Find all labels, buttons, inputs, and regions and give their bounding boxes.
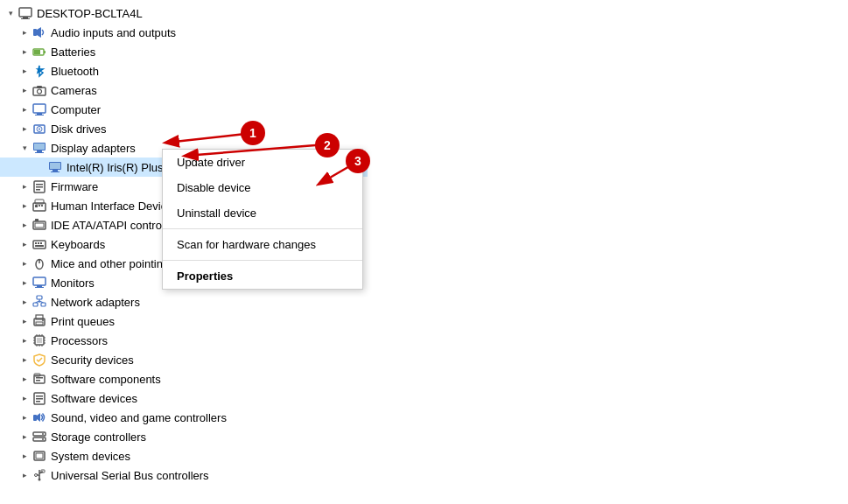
- storage-label: Storage controllers: [51, 430, 368, 444]
- expand-display[interactable]: [18, 141, 32, 155]
- cameras-label: Cameras: [51, 84, 368, 97]
- storage-icon: [32, 429, 47, 444]
- device-manager: DESKTOP-BCLTA4L Audio inputs and outputs…: [0, 0, 848, 504]
- svg-rect-32: [41, 205, 43, 206]
- svg-rect-46: [37, 285, 42, 287]
- context-menu-item-scan[interactable]: Scan for hardware changes: [163, 232, 362, 257]
- sound-icon: [32, 410, 47, 425]
- context-menu-item-properties[interactable]: Properties: [163, 263, 362, 289]
- swcomponents-icon: [32, 371, 47, 387]
- batteries-label: Batteries: [51, 46, 368, 59]
- expand-swcomponents[interactable]: [18, 372, 32, 386]
- root-icon: [18, 5, 33, 21]
- svg-rect-0: [19, 8, 32, 17]
- context-menu: Update driver Disable device Uninstall d…: [162, 149, 363, 290]
- mice-icon: [32, 256, 47, 271]
- expand-usb[interactable]: [18, 468, 32, 482]
- expand-swdevices[interactable]: [18, 391, 32, 405]
- swcomponents-label: Software components: [51, 373, 368, 386]
- svg-rect-78: [36, 398, 43, 400]
- tree-item-swcomponents[interactable]: Software components: [0, 369, 368, 388]
- swdevices-icon: [32, 390, 47, 406]
- expand-security[interactable]: [18, 353, 32, 367]
- bluetooth-icon: [32, 63, 47, 79]
- tree-item-swdevices[interactable]: Software devices: [0, 388, 368, 408]
- audio-label: Audio inputs and outputs: [51, 26, 368, 39]
- print-icon: [32, 313, 47, 329]
- tree-item-sound[interactable]: Sound, video and game controllers: [0, 408, 368, 427]
- svg-rect-20: [35, 152, 44, 153]
- tree-item-usb[interactable]: Universal Serial Bus controllers: [0, 466, 368, 485]
- svg-rect-41: [35, 245, 44, 247]
- tree-item-batteries[interactable]: Batteries: [0, 42, 368, 61]
- svg-rect-49: [33, 303, 38, 306]
- expand-ide[interactable]: [18, 218, 32, 232]
- expand-audio[interactable]: [18, 25, 32, 39]
- expand-monitors[interactable]: [18, 276, 32, 290]
- usb-label: Universal Serial Bus controllers: [51, 469, 368, 482]
- svg-rect-19: [37, 150, 42, 152]
- expand-sysdevices[interactable]: [18, 449, 32, 463]
- svg-rect-30: [35, 205, 38, 207]
- battery-icon: [32, 44, 47, 60]
- ide-icon: [32, 217, 47, 233]
- tree-item-sysdevices[interactable]: System devices: [0, 446, 368, 466]
- expand-storage[interactable]: [18, 430, 32, 444]
- expand-mice[interactable]: [18, 256, 32, 270]
- annotation-2: 2: [315, 133, 340, 158]
- svg-rect-6: [44, 51, 46, 53]
- svg-rect-47: [35, 287, 44, 288]
- network-icon: [32, 294, 47, 310]
- expand-processors[interactable]: [18, 333, 32, 347]
- expand-batteries[interactable]: [18, 45, 32, 59]
- display-icon: [32, 140, 47, 156]
- svg-rect-59: [37, 338, 42, 343]
- tree-item-security[interactable]: Security devices: [0, 350, 368, 369]
- tree-item-print[interactable]: Print queues: [0, 312, 368, 331]
- tree-item-network[interactable]: Network adapters: [0, 292, 368, 312]
- svg-rect-38: [35, 242, 37, 244]
- expand-bluetooth[interactable]: [18, 64, 32, 78]
- sysdevices-icon: [32, 448, 47, 464]
- intel-icon: [47, 159, 63, 175]
- svg-marker-4: [37, 27, 41, 38]
- context-menu-separator-2: [163, 260, 362, 261]
- context-menu-item-disable[interactable]: Disable device: [163, 175, 362, 200]
- svg-rect-56: [36, 322, 43, 325]
- expand-human[interactable]: [18, 199, 32, 213]
- svg-rect-28: [36, 189, 40, 191]
- expand-network[interactable]: [18, 295, 32, 309]
- tree-item-cameras[interactable]: Cameras: [0, 80, 368, 100]
- svg-point-84: [42, 433, 44, 435]
- expand-computer[interactable]: [18, 102, 32, 116]
- tree-item-storage[interactable]: Storage controllers: [0, 427, 368, 446]
- svg-rect-35: [35, 223, 44, 228]
- tree-item-computer[interactable]: Computer: [0, 100, 368, 119]
- svg-rect-18: [34, 144, 45, 150]
- svg-rect-91: [41, 470, 45, 472]
- svg-rect-2: [21, 18, 30, 19]
- tree-root[interactable]: DESKTOP-BCLTA4L: [0, 4, 368, 23]
- expand-root[interactable]: [4, 6, 18, 20]
- svg-rect-87: [36, 453, 43, 458]
- svg-marker-81: [37, 413, 40, 422]
- svg-point-85: [42, 438, 44, 440]
- network-label: Network adapters: [51, 296, 368, 309]
- expand-print[interactable]: [18, 314, 32, 328]
- svg-rect-75: [36, 380, 40, 382]
- expand-cameras[interactable]: [18, 83, 32, 97]
- svg-rect-37: [33, 241, 46, 248]
- tree-item-audio[interactable]: Audio inputs and outputs: [0, 23, 368, 42]
- svg-rect-13: [35, 115, 44, 116]
- expand-keyboards[interactable]: [18, 237, 32, 251]
- svg-rect-23: [53, 170, 58, 172]
- tree-item-bluetooth[interactable]: Bluetooth: [0, 61, 368, 80]
- expand-disk[interactable]: [18, 122, 32, 136]
- expand-sound[interactable]: [18, 410, 32, 424]
- audio-icon: [32, 24, 47, 40]
- tree-item-processors[interactable]: Processors: [0, 331, 368, 350]
- svg-rect-7: [34, 50, 40, 54]
- tree-item-disk[interactable]: Disk drives: [0, 119, 368, 138]
- context-menu-item-uninstall[interactable]: Uninstall device: [163, 200, 362, 226]
- expand-firmware[interactable]: [18, 179, 32, 193]
